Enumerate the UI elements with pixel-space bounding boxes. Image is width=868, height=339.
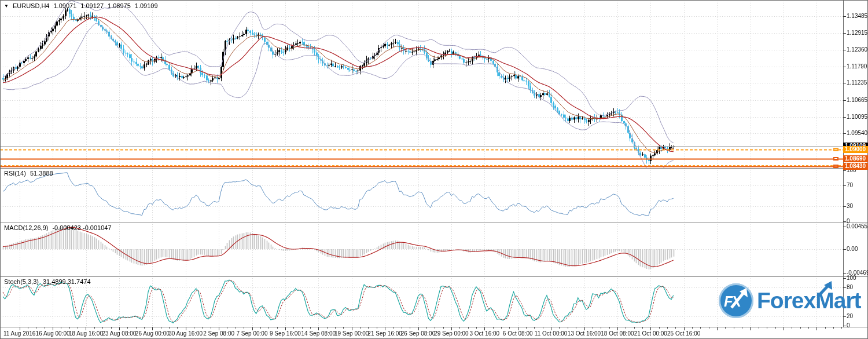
forexmart-logo: FX ForexMart [719,283,861,318]
circle-arrow-icon [719,283,753,318]
time-tick-label: 13 Oct 16:00 [568,330,601,337]
axis-tick-label: 70 [847,182,853,188]
chart-window: ▼ EURUSD,H4 1.09071 1.09127 1.08975 1.09… [0,0,868,339]
time-tick-label: 23 Aug 08:00 [102,330,136,337]
time-tick-label: 7 Sep 00:00 [237,330,268,337]
ohlc-close: 1.09109 [135,2,158,9]
axis-tick-label: 1.11790 [847,63,867,70]
axis-tick-label: 1.12360 [847,46,867,53]
rsi-name: RSI(14) [4,170,26,177]
time-tick-label: 2 Sep 08:00 [203,330,234,337]
axis-tick-label: 1.10665 [847,97,867,103]
axis-tick-label: 100 [847,275,856,281]
time-tick-label: 21 Sep 16:00 [367,330,402,337]
macd-value: -0.000423 -0.001047 [52,224,111,231]
ohlc-high: 1.09127 [80,2,104,9]
time-tick-label: 18 Aug 16:00 [69,330,103,337]
time-tick-label: 25 Oct 16:00 [667,330,700,337]
time-tick-label: 29 Sep 00:00 [434,330,469,337]
time-tick-label: 3 Oct 16:00 [469,330,499,337]
stoch-label: Stoch(5,3,3) 31.4899 31.7474 [4,278,91,285]
chart-title: ▼ EURUSD,H4 1.09071 1.09127 1.08975 1.09… [4,2,158,9]
time-tick-label: 16 Aug 00:00 [36,330,70,337]
macd-name: MACD(12,26,9) [4,224,48,231]
time-tick-label: 30 Aug 16:00 [168,330,203,337]
rsi-label: RSI(14) 51.3888 [4,170,53,177]
time-axis[interactable]: 11 Aug 201616 Aug 00:0018 Aug 16:0023 Au… [0,328,868,339]
macd-label: MACD(12,26,9) -0.000423 -0.001047 [4,224,112,231]
axis-tick-label: 1.13485 [847,13,867,19]
time-tick-label: 9 Sep 16:00 [270,330,301,337]
axis-tick-label: 1.11235 [847,79,867,86]
level-price-tag-1[interactable]: 1.08690 [843,155,868,162]
time-tick-label: 14 Sep 08:00 [301,330,336,337]
time-tick-label: 11 Oct 00:00 [535,330,568,337]
axis-tick-label: 1.09540 [847,130,867,136]
stoch-value: 31.4899 31.7474 [43,278,91,285]
axis-tick-label: 1.10095 [847,114,867,120]
time-tick-label: 21 Oct 00:00 [634,330,667,337]
time-tick-label: 26 Sep 08:00 [401,330,436,337]
level-price-tag-2[interactable]: 1.08430 [843,163,868,170]
chart-dropdown-icon[interactable]: ▼ [4,3,9,9]
stoch-name: Stoch(5,3,3) [4,278,39,285]
time-tick-label: 26 Aug 00:00 [135,330,170,337]
time-tick-label: 6 Oct 08:00 [503,330,533,337]
time-tick-label: 18 Oct 08:00 [601,330,634,337]
fx-circle-icon: FX [719,283,753,318]
axis-tick-label: 1.12915 [847,30,867,36]
symbol-timeframe: EURUSD,H4 [13,2,50,9]
time-tick-label: 19 Sep 00:00 [334,330,369,337]
axis-tick-label: 30 [847,203,853,209]
ohlc-open: 1.09071 [54,2,77,9]
level-price-tag-0[interactable]: 1.09000 [843,146,868,153]
axis-tick-label: 0.004551 [847,223,868,229]
time-tick-label: 11 Aug 2016 [3,330,35,337]
logo-arrow-icon [816,281,833,298]
ohlc-low: 1.08975 [108,2,131,9]
rsi-value: 51.3888 [30,170,53,177]
axis-tick-label: 0.00 [847,246,858,252]
logo-text: ForexMart [757,283,861,318]
